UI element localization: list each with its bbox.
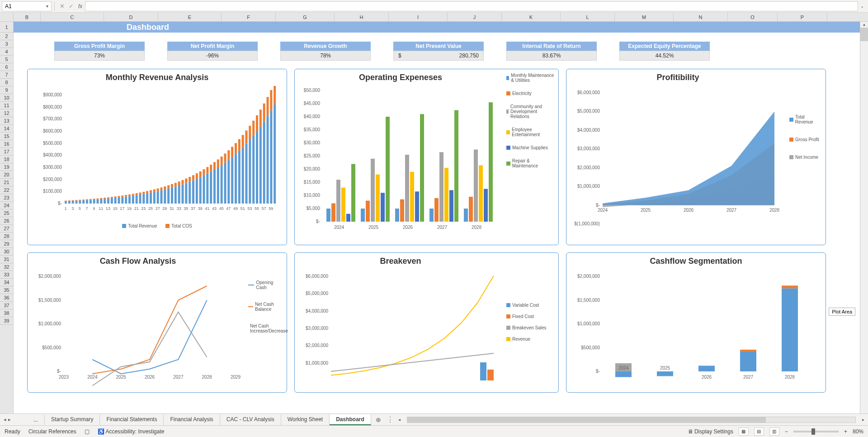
row-header-26[interactable]: 26 [0,217,13,225]
row-header-25[interactable]: 25 [0,209,13,217]
col-header-P[interactable]: P [778,13,827,21]
row-header-31[interactable]: 31 [0,256,13,263]
row-header-13[interactable]: 13 [0,117,13,125]
row-header-30[interactable]: 30 [0,248,13,256]
scroll-right-icon[interactable]: ▸ [862,417,864,422]
row-header-35[interactable]: 35 [0,286,13,294]
chart-cashflow-segmentation[interactable]: Cashflow Segmentation $-$500,000$1,000,0… [566,252,826,393]
row-header-38[interactable]: 38 [0,309,13,317]
col-header-K[interactable]: K [502,13,561,21]
row-header-37[interactable]: 37 [0,302,13,309]
row-header-17[interactable]: 17 [0,148,13,156]
view-page-layout-button[interactable]: ▤ [754,428,764,436]
row-header-32[interactable]: 32 [0,263,13,271]
macro-record-icon[interactable]: ▢ [85,428,90,435]
tab-nav[interactable]: ◂ ▸ [0,417,27,423]
row-header-22[interactable]: 22 [0,186,13,194]
row-header-10[interactable]: 10 [0,94,13,102]
row-header-21[interactable]: 21 [0,179,13,186]
chart-monthly-revenue[interactable]: Monthly Revenue Analysis $-$100,000$200,… [27,69,287,245]
col-header-F[interactable]: F [222,13,276,21]
row-header-39[interactable]: 39 [0,317,13,325]
row-header-24[interactable]: 24 [0,202,13,209]
name-box-dropdown-icon[interactable]: ▾ [46,4,48,9]
tab-next-icon[interactable]: ▸ [8,417,11,423]
scroll-track[interactable] [407,417,856,423]
row-header-33[interactable]: 33 [0,271,13,279]
col-header-J[interactable]: J [448,13,502,21]
cancel-icon[interactable]: ✕ [57,2,66,11]
tab-financial-analysis[interactable]: Financial Analysis [164,414,220,425]
scroll-thumb[interactable] [407,417,766,423]
col-header-I[interactable]: I [389,13,448,21]
zoom-handle[interactable] [811,428,815,435]
confirm-icon[interactable]: ✓ [66,2,75,11]
tabs-more-icon[interactable]: ⋮ [386,415,395,424]
row-header-34[interactable]: 34 [0,279,13,286]
vertical-scrollbar[interactable]: ▴ [860,22,868,420]
row-header-6[interactable]: 6 [0,63,13,71]
row-header-15[interactable]: 15 [0,133,13,140]
row-header-16[interactable]: 16 [0,140,13,148]
col-header-G[interactable]: G [276,13,335,21]
row-header-4[interactable]: 4 [0,48,13,56]
formula-input[interactable] [85,1,858,11]
name-box[interactable]: A1 ▾ [2,1,52,11]
chart-profitability[interactable]: Profitibility $(1,000,000)$-$1,000,000$2… [566,69,826,245]
select-all-cell[interactable] [0,13,14,21]
tab-prev-icon[interactable]: ◂ [4,417,6,423]
row-header-36[interactable]: 36 [0,294,13,302]
scroll-left-icon[interactable]: ◂ [398,417,401,422]
row-header-12[interactable]: 12 [0,109,13,117]
view-page-break-button[interactable]: ▥ [769,428,779,436]
row-header-14[interactable]: 14 [0,125,13,133]
accessibility-status[interactable]: ♿ Accessibility: Investigate [98,428,165,435]
row-header-11[interactable]: 11 [0,102,13,109]
cells-grid[interactable]: Dashboard Gross Profit Margin73%Net Prof… [14,22,868,420]
col-header-H[interactable]: H [335,13,389,21]
view-normal-button[interactable]: ▦ [739,428,749,436]
row-header-5[interactable]: 5 [0,56,13,63]
row-header-18[interactable]: 18 [0,156,13,163]
row-header-19[interactable]: 19 [0,163,13,171]
zoom-in-button[interactable]: + [844,428,847,435]
row-header-23[interactable]: 23 [0,194,13,202]
row-header-1[interactable]: 1 [0,22,13,33]
col-header-D[interactable]: D [104,13,158,21]
col-header-E[interactable]: E [158,13,222,21]
col-header-N[interactable]: N [674,13,728,21]
row-header-2[interactable]: 2 [0,33,13,40]
fx-icon[interactable]: fx [78,3,82,10]
display-settings-button[interactable]: 🖥 Display Settings [688,428,733,435]
row-header-29[interactable]: 29 [0,240,13,248]
chart-operating-expenses[interactable]: Operating Expeneses $-$5,000$10,000$15,0… [294,69,559,245]
row-header-3[interactable]: 3 [0,40,13,48]
tab-working-sheet[interactable]: Working Sheet [281,414,330,425]
col-header-O[interactable]: O [728,13,778,21]
col-header-M[interactable]: M [615,13,674,21]
zoom-slider[interactable] [793,431,839,432]
tabs-overflow[interactable]: ... [27,415,45,425]
row-header-28[interactable]: 28 [0,233,13,240]
row-header-9[interactable]: 9 [0,86,13,94]
scroll-thumb[interactable] [860,28,868,41]
row-header-8[interactable]: 8 [0,79,13,86]
col-header-B[interactable]: B [14,13,41,21]
horizontal-scrollbar[interactable]: ◂ ▸ [395,417,868,423]
formula-expand-icon[interactable]: ⌄ [858,4,866,9]
svg-text:$15,000: $15,000 [304,180,321,185]
row-header-27[interactable]: 27 [0,225,13,233]
add-sheet-button[interactable]: ⊕ [371,416,386,423]
row-header-20[interactable]: 20 [0,171,13,179]
zoom-out-button[interactable]: − [785,428,788,435]
zoom-level[interactable]: 80% [853,428,863,435]
tab-dashboard[interactable]: Dashboard [330,414,371,425]
col-header-L[interactable]: L [561,13,615,21]
tab-financial-statements[interactable]: Financial Statements [100,414,164,425]
row-header-7[interactable]: 7 [0,71,13,79]
chart-cashflow-analysis[interactable]: Cash Flow Analysis $-$500,000$1,000,000$… [27,252,287,393]
tab-startup-summary[interactable]: Startup Summary [45,414,100,425]
chart-breakeven[interactable]: Breakeven $1,000,000$2,000,000$3,000,000… [294,252,559,393]
col-header-C[interactable]: C [41,13,104,21]
tab-cac---clv-analysis[interactable]: CAC - CLV Analysis [220,414,281,425]
